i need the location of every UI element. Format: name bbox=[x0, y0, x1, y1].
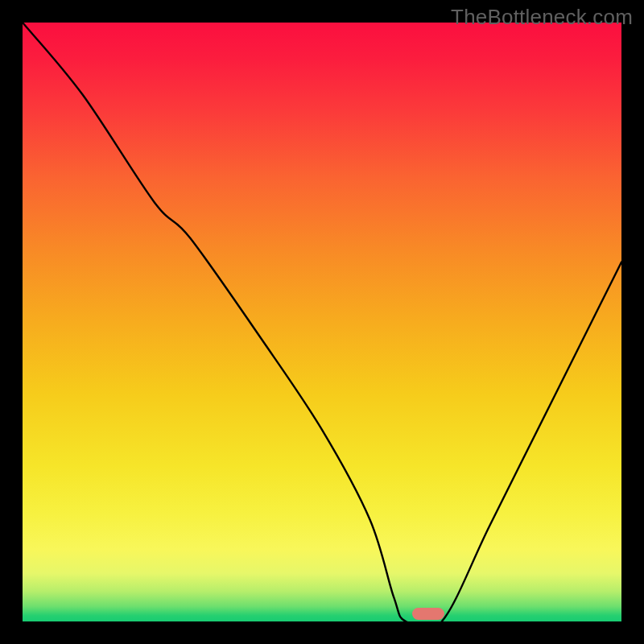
watermark-text: TheBottleneck.com bbox=[451, 5, 633, 30]
plot-area bbox=[23, 23, 621, 621]
bottleneck-curve bbox=[23, 23, 621, 621]
curve-path bbox=[23, 23, 621, 621]
chart-frame: TheBottleneck.com bbox=[0, 0, 644, 644]
